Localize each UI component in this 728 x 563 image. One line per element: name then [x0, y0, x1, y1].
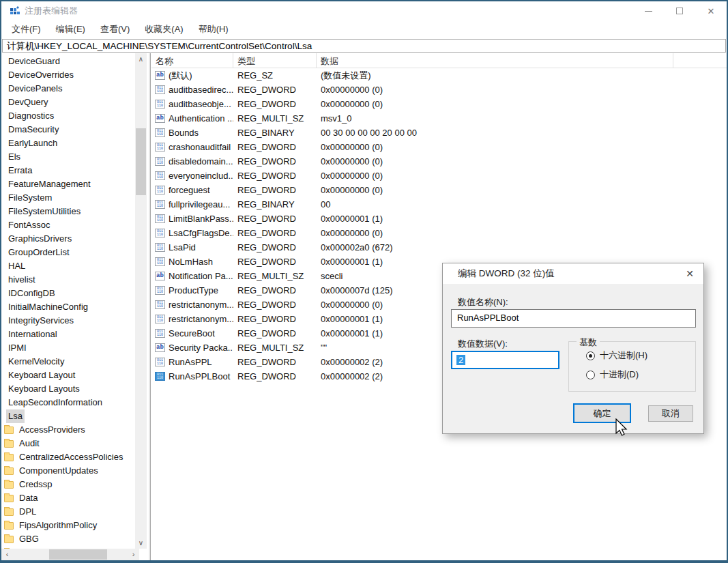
- tree-item-leapsecondinformation[interactable]: LeapSecondInformation: [1, 396, 135, 409]
- tree-item-graphicsdrivers[interactable]: GraphicsDrivers: [1, 232, 135, 246]
- tree-horizontal-scrollbar[interactable]: ‹ ›: [1, 549, 139, 560]
- tree-item-hal[interactable]: HAL: [1, 259, 135, 273]
- tree-item-filesystem[interactable]: FileSystem: [1, 191, 135, 205]
- maximize-button[interactable]: [664, 1, 695, 20]
- tree-item-data[interactable]: Data: [1, 491, 135, 505]
- menu-help[interactable]: 帮助(H): [191, 22, 236, 37]
- value-name-text: NoLmHash: [169, 255, 213, 269]
- tree-item-dmasecurity[interactable]: DmaSecurity: [1, 123, 135, 136]
- tree-item-grouporderlist[interactable]: GroupOrderList: [1, 246, 135, 259]
- tree-item-devquery[interactable]: DevQuery: [1, 96, 135, 109]
- menu-file[interactable]: 文件(F): [4, 22, 48, 37]
- tree-item-earlylaunch[interactable]: EarlyLaunch: [1, 136, 135, 150]
- radio-decimal[interactable]: 十进制(D): [586, 369, 639, 381]
- dialog-close-button[interactable]: ✕: [676, 268, 703, 279]
- radio-hexadecimal[interactable]: 十六进制(H): [586, 349, 647, 362]
- tree-item-ipmi[interactable]: IPMI: [1, 341, 135, 355]
- tree-hscroll-thumb[interactable]: [49, 549, 107, 560]
- column-header-type[interactable]: 类型: [233, 53, 317, 68]
- scroll-right-icon[interactable]: ›: [128, 549, 139, 560]
- tree-item-featuremanagement[interactable]: FeatureManagement: [1, 177, 135, 191]
- value-row-lsacfgflagsde-[interactable]: 011110LsaCfgFlagsDe...REG_DWORD0x0000000…: [151, 226, 727, 240]
- menu-edit[interactable]: 编辑(E): [48, 22, 93, 37]
- tree-item-label: Audit: [17, 437, 42, 450]
- binary-value-icon: 011110: [155, 143, 165, 151]
- tree-item-els[interactable]: Els: [1, 150, 135, 164]
- value-row-crashonauditfail[interactable]: 011110crashonauditfailREG_DWORD0x0000000…: [151, 140, 727, 154]
- ok-button[interactable]: 确定: [573, 403, 631, 423]
- tree-item-international[interactable]: International: [1, 328, 135, 341]
- column-header-name[interactable]: 名称: [151, 53, 233, 68]
- tree-item-keyboard-layout[interactable]: Keyboard Layout: [1, 369, 135, 382]
- tree-item-fipsalgorithmpolicy[interactable]: FipsAlgorithmPolicy: [1, 519, 135, 532]
- value-name-field[interactable]: RunAsPPLBoot: [451, 309, 696, 328]
- tree-item-fontassoc[interactable]: FontAssoc: [1, 218, 135, 232]
- tree-item-label: DeviceOverrides: [6, 68, 76, 82]
- value-row-forceguest[interactable]: 011110forceguestREG_DWORD0x00000000 (0): [151, 183, 727, 197]
- value-name-cell: 011110restrictanonym...: [151, 298, 233, 312]
- minimize-button[interactable]: [632, 1, 664, 20]
- menu-favorites[interactable]: 收藏夹(A): [137, 22, 190, 37]
- value-name-cell: 011110LsaPid: [151, 240, 233, 255]
- value-data-field[interactable]: 2: [451, 351, 559, 369]
- scroll-down-icon[interactable]: ∨: [135, 537, 147, 549]
- tree-item-filesystemutilities[interactable]: FileSystemUtilities: [1, 205, 135, 218]
- value-name-cell: 011110Bounds: [151, 126, 233, 140]
- tree-item-devicepanels[interactable]: DevicePanels: [1, 82, 135, 96]
- menu-view[interactable]: 查看(V): [93, 22, 137, 37]
- value-row-fullprivilegeau-[interactable]: 011110fullprivilegeau...REG_BINARY00: [151, 197, 727, 212]
- value-name-cell: 011110LimitBlankPass...: [151, 212, 233, 226]
- tree-item-lsa[interactable]: Lsa: [1, 409, 135, 423]
- folder-icon: [4, 508, 14, 516]
- tree-item-deviceguard[interactable]: DeviceGuard: [1, 55, 135, 68]
- scroll-left-icon[interactable]: ‹: [1, 549, 13, 560]
- binary-value-icon: 011110: [155, 372, 165, 381]
- tree-item-initialmachineconfig[interactable]: InitialMachineConfig: [1, 300, 135, 314]
- value-data-cell: 00: [317, 197, 727, 212]
- binary-value-icon: 011110: [155, 257, 165, 266]
- tree-item-accessproviders[interactable]: AccessProviders: [1, 423, 135, 437]
- tree-item-gbg[interactable]: GBG: [1, 532, 135, 546]
- value-name-cell: abNotification Pa...: [151, 269, 233, 283]
- value-row-lsapid[interactable]: 011110LsaPidREG_DWORD0x000002a0 (672): [151, 240, 727, 255]
- value-row--[interactable]: ab(默认)REG_SZ(数值未设置): [151, 68, 727, 83]
- value-name-label: 数值名称(N):: [458, 296, 508, 308]
- tree-item-hivelist[interactable]: hivelist: [1, 273, 135, 287]
- tree-item-centralizedaccesspolicies[interactable]: CentralizedAccessPolicies: [1, 450, 135, 464]
- address-bar[interactable]: 计算机\HKEY_LOCAL_MACHINE\SYSTEM\CurrentCon…: [2, 39, 726, 53]
- tree-item-keyboard-layouts[interactable]: Keyboard Layouts: [1, 382, 135, 396]
- value-row-authentication-[interactable]: abAuthentication ...REG_MULTI_SZmsv1_0: [151, 111, 727, 126]
- value-name-cell: 011110auditbaseobje...: [151, 97, 233, 111]
- column-header-data[interactable]: 数据: [317, 53, 673, 68]
- tree-item-label: IntegrityServices: [6, 314, 76, 328]
- value-type-cell: REG_DWORD: [233, 83, 317, 97]
- tree-item-kernelvelocity[interactable]: KernelVelocity: [1, 355, 135, 369]
- value-row-limitblankpass-[interactable]: 011110LimitBlankPass...REG_DWORD0x000000…: [151, 212, 727, 226]
- cancel-button[interactable]: 取消: [648, 405, 693, 422]
- value-row-auditbaseobje-[interactable]: 011110auditbaseobje...REG_DWORD0x0000000…: [151, 97, 727, 111]
- scroll-up-icon[interactable]: ∧: [135, 53, 147, 65]
- value-type-cell: REG_DWORD: [233, 169, 317, 183]
- value-row-bounds[interactable]: 011110BoundsREG_BINARY00 30 00 00 00 20 …: [151, 126, 727, 140]
- binary-value-icon: 011110: [155, 171, 165, 180]
- tree-item-dpl[interactable]: DPL: [1, 505, 135, 519]
- tree-item-credssp[interactable]: Credssp: [1, 478, 135, 491]
- tree-item-componentupdates[interactable]: ComponentUpdates: [1, 464, 135, 478]
- tree-item-diagnostics[interactable]: Diagnostics: [1, 109, 135, 123]
- tree-item-audit[interactable]: Audit: [1, 437, 135, 450]
- tree-item-deviceoverrides[interactable]: DeviceOverrides: [1, 68, 135, 82]
- tree-vscroll-thumb[interactable]: [136, 128, 146, 195]
- dialog-title: 编辑 DWORD (32 位)值: [443, 268, 555, 280]
- value-row-everyoneinclud-[interactable]: 011110everyoneinclud...REG_DWORD0x000000…: [151, 169, 727, 183]
- tree-item-integrityservices[interactable]: IntegrityServices: [1, 314, 135, 328]
- value-row-auditbasedirec-[interactable]: 011110auditbasedirec...REG_DWORD0x000000…: [151, 83, 727, 97]
- tree-item-errata[interactable]: Errata: [1, 164, 135, 177]
- value-name-cell: 011110RunAsPPL: [151, 355, 233, 369]
- tree-vertical-scrollbar[interactable]: ∧ ∨: [135, 53, 147, 549]
- close-button[interactable]: ✕: [695, 1, 727, 20]
- tree-item-idconfigdb[interactable]: IDConfigDB: [1, 287, 135, 300]
- value-row-disabledomain-[interactable]: 011110disabledomain...REG_DWORD0x0000000…: [151, 154, 727, 169]
- tree-item-label: GBG: [17, 532, 41, 546]
- value-name-text: everyoneinclud...: [169, 169, 233, 183]
- value-data-cell: 0x00000000 (0): [317, 140, 727, 154]
